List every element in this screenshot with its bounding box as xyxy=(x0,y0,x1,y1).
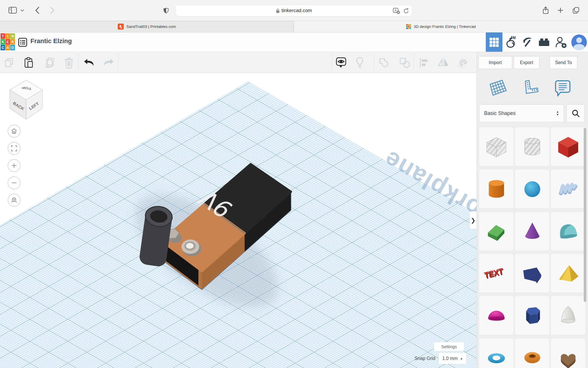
design-properties-button[interactable] xyxy=(17,37,28,48)
tinkercad-favicon xyxy=(406,24,411,29)
back-button-icon[interactable] xyxy=(31,4,44,17)
shape-tile-round-roof[interactable] xyxy=(551,212,585,250)
design-title[interactable]: Frantic Elzing xyxy=(30,37,72,45)
export-button[interactable]: Export xyxy=(514,56,539,69)
main-area: Workplane 9V xyxy=(0,73,588,368)
fit-view-button[interactable] xyxy=(8,142,20,155)
snap-grid-dropdown[interactable]: 1.0 mm ▲ xyxy=(439,353,466,364)
delete-button[interactable] xyxy=(63,57,75,68)
lego-export-button[interactable] xyxy=(536,32,552,52)
lego-brick-icon xyxy=(538,37,550,47)
minecraft-export-button[interactable] xyxy=(519,32,536,52)
forward-button-icon[interactable] xyxy=(46,4,59,17)
browser-chrome: tinkercad.com A✱ xyxy=(0,0,588,21)
tab-title: SandTrail03 | Printables.com xyxy=(126,24,176,29)
redo-button[interactable] xyxy=(103,57,114,68)
shape-tile-tube[interactable] xyxy=(515,338,549,368)
user-avatar[interactable] xyxy=(571,34,587,50)
tab-strip: SandTrail03 | Printables.com 3D design F… xyxy=(0,21,588,32)
grid-view-icon xyxy=(489,37,500,48)
shape-tile-box-hole[interactable] xyxy=(479,127,513,166)
paste-button[interactable] xyxy=(23,57,34,68)
sidebar-toggle-icon[interactable] xyxy=(6,4,19,17)
lock-icon xyxy=(276,8,280,13)
app-header: TIN KER CAD Frantic Elzing xyxy=(0,32,588,52)
shape-tile-box[interactable] xyxy=(551,127,585,166)
panel-scrollbar[interactable] xyxy=(584,128,586,302)
grid-view-button[interactable] xyxy=(486,32,502,52)
shape-tile-roof[interactable] xyxy=(479,212,513,250)
workplane-grid[interactable] xyxy=(0,73,477,368)
shape-tile-sphere[interactable] xyxy=(515,170,549,208)
magnet-snap-button[interactable] xyxy=(457,57,469,68)
shape-tile-half-sphere[interactable] xyxy=(479,296,513,335)
svg-text:A: A xyxy=(394,9,397,12)
shapes-panel: Basic Shapes ▲▼ xyxy=(477,73,588,368)
invite-button[interactable] xyxy=(552,32,569,52)
printables-favicon xyxy=(118,24,124,30)
light-bulb-button[interactable] xyxy=(354,57,365,68)
shape-tile-cylinder[interactable] xyxy=(479,170,513,208)
shape-search-button[interactable] xyxy=(566,104,585,122)
privacy-shield-icon[interactable] xyxy=(160,4,172,17)
notes-tool-button[interactable] xyxy=(552,76,572,99)
shape-tile-pyramid[interactable] xyxy=(551,254,585,292)
view-cube[interactable]: TOP BACK LEFT xyxy=(7,78,50,124)
avatar-head xyxy=(576,37,582,43)
ungroup-button[interactable] xyxy=(399,57,411,68)
shape-tile-text[interactable]: TEXTTEXT xyxy=(479,254,513,292)
workplane-icon xyxy=(489,79,507,97)
mirror-button[interactable] xyxy=(438,57,449,68)
home-view-button[interactable] xyxy=(8,125,20,137)
shape-tile-scribble[interactable] xyxy=(551,170,585,208)
shape-category-select[interactable]: Basic Shapes ▲▼ xyxy=(479,104,564,122)
svg-text:✱: ✱ xyxy=(397,11,399,14)
tab-overview-icon[interactable] xyxy=(570,4,582,17)
settings-button[interactable]: Settings xyxy=(434,342,464,351)
snap-grid-label: Snap Grid xyxy=(415,356,435,361)
sim-lab-button[interactable] xyxy=(502,32,519,52)
align-button[interactable] xyxy=(418,57,430,68)
shape-tile-wedge[interactable] xyxy=(515,254,549,292)
snap-grid-arrow-icon: ▲ xyxy=(460,357,463,360)
undo-button[interactable] xyxy=(83,57,95,68)
duplicate-button[interactable] xyxy=(44,57,56,68)
view-nav-column xyxy=(8,125,20,206)
apple-sim-icon xyxy=(505,36,517,49)
person-add-icon xyxy=(554,36,567,48)
ruler-icon xyxy=(521,79,539,97)
panel-collapse-button[interactable]: ❯ xyxy=(470,211,477,229)
tinkercad-window: tinkercad.com A✱ SandTrail03 | Printable… xyxy=(0,0,588,368)
new-tab-icon[interactable] xyxy=(554,4,567,17)
header-right-icons xyxy=(486,32,588,52)
ruler-tool-button[interactable] xyxy=(520,76,540,99)
translate-icon[interactable]: A✱ xyxy=(393,8,400,14)
avatar-body xyxy=(573,44,585,50)
tab-printables[interactable]: SandTrail03 | Printables.com xyxy=(0,21,294,32)
show-all-button[interactable] xyxy=(335,57,347,68)
reload-icon[interactable] xyxy=(403,8,409,14)
sidebar-chevron-icon[interactable] xyxy=(18,4,26,17)
tab-tinkercad[interactable]: 3D design Frantic Elzing | Tinkercad xyxy=(294,21,588,32)
design-canvas[interactable]: Workplane 9V xyxy=(0,73,477,368)
shape-tile-heart[interactable] xyxy=(551,338,585,368)
workplane-tool-button[interactable] xyxy=(488,76,508,99)
shape-tile-torus[interactable] xyxy=(479,338,513,368)
url-bar[interactable]: tinkercad.com A✱ xyxy=(175,5,412,16)
shape-tile-cone[interactable] xyxy=(515,212,549,250)
share-icon[interactable] xyxy=(539,4,552,17)
url-text: tinkercad.com xyxy=(282,8,312,14)
send-to-button[interactable]: Send To xyxy=(550,56,577,69)
tinkercad-logo[interactable]: TIN KER CAD xyxy=(1,33,15,50)
shape-tile-cylinder-hole[interactable] xyxy=(515,127,549,166)
zoom-out-button[interactable] xyxy=(8,177,20,189)
select-arrows-icon: ▲▼ xyxy=(556,111,559,116)
group-button[interactable] xyxy=(378,57,390,68)
shape-tile-polygon[interactable] xyxy=(515,296,549,335)
perspective-toggle-button[interactable] xyxy=(8,194,20,206)
zoom-in-button[interactable] xyxy=(8,159,20,172)
copy-button[interactable] xyxy=(4,57,15,68)
import-button[interactable]: Import xyxy=(478,56,512,69)
shape-category-value: Basic Shapes xyxy=(484,110,516,116)
shape-tile-paraboloid[interactable] xyxy=(551,296,585,335)
